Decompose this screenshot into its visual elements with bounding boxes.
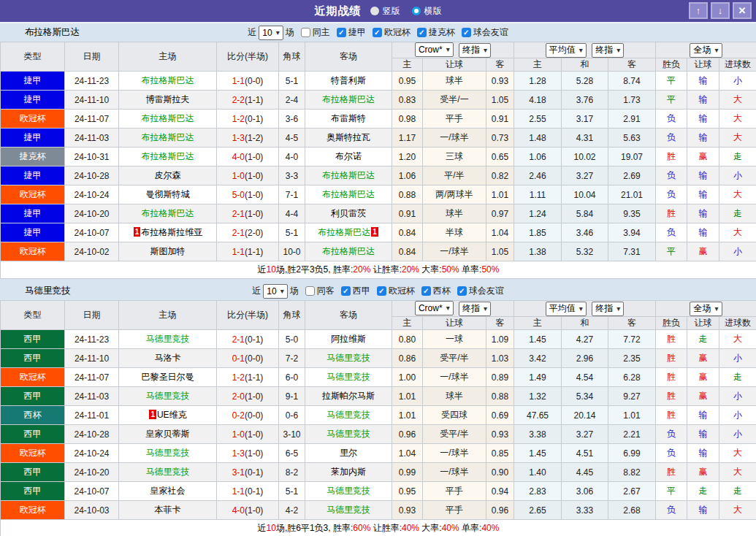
average-select[interactable]: 平均值▾: [546, 302, 587, 316]
away-team[interactable]: 里尔: [305, 444, 392, 463]
crow-home-odds: 1.00: [392, 368, 423, 387]
home-team[interactable]: 巴黎圣日尔曼: [119, 368, 217, 387]
final-odds-select-2[interactable]: 终指▾: [592, 43, 624, 58]
away-team[interactable]: 马德里竞技: [305, 482, 392, 501]
home-team[interactable]: 马德里竞技: [119, 387, 217, 406]
home-team[interactable]: 布拉格斯巴达: [119, 72, 217, 91]
same-venue-checkbox[interactable]: [301, 28, 310, 37]
league-badge: 西甲: [1, 482, 65, 501]
avg-draw-odds: 4.51: [562, 444, 608, 463]
league-checkbox-3[interactable]: ✓: [417, 28, 427, 37]
away-team[interactable]: 布拉格斯巴达1: [305, 223, 392, 242]
home-team[interactable]: 皇家贝蒂斯: [119, 425, 217, 444]
team-name: 马德里竞技: [25, 285, 71, 297]
bookmaker-select[interactable]: Crow*▾: [415, 301, 454, 315]
league-checkbox-4[interactable]: ✓: [457, 286, 467, 296]
away-team[interactable]: 布拉格斯巴达: [305, 166, 392, 185]
same-venue-checkbox[interactable]: [305, 286, 315, 296]
home-team[interactable]: 马德里竞技: [119, 444, 217, 463]
bookmaker-select[interactable]: Crow*▾: [415, 42, 454, 57]
away-team[interactable]: 奥斯特拉瓦: [305, 129, 392, 148]
away-team[interactable]: 马德里竞技: [305, 368, 392, 387]
crow-handicap: 一/球半: [423, 129, 486, 148]
away-team[interactable]: 布尔诺: [305, 148, 392, 166]
home-team[interactable]: 曼彻斯特城: [119, 185, 217, 204]
league-checkbox-1[interactable]: ✓: [341, 286, 351, 296]
crow-home-odds: 0.88: [392, 185, 423, 204]
scroll-down-button[interactable]: ↓: [711, 2, 730, 19]
league-badge: 西甲: [1, 387, 65, 406]
away-team[interactable]: 马德里竞技: [305, 406, 392, 425]
close-icon: ✕: [738, 5, 747, 16]
close-button[interactable]: ✕: [733, 2, 752, 19]
home-team[interactable]: 布拉格斯巴达: [119, 110, 217, 129]
home-team[interactable]: 马德里竞技: [119, 463, 217, 482]
home-team[interactable]: 皇家社会: [119, 482, 217, 501]
league-badge: 西甲: [1, 425, 65, 444]
match-count-select[interactable]: 10▾: [259, 26, 283, 40]
home-team[interactable]: 马洛卡: [119, 349, 217, 368]
result-winlose: 负: [656, 444, 687, 463]
league-checkbox-1[interactable]: ✓: [337, 28, 346, 37]
result-handicap: 走: [687, 482, 719, 501]
home-team[interactable]: 斯图加特: [119, 242, 217, 261]
league-checkbox-4[interactable]: ✓: [462, 28, 471, 37]
summary-segment: 50%: [442, 264, 459, 275]
home-team[interactable]: 1布拉格斯拉维亚: [119, 223, 217, 242]
league-checkbox-2[interactable]: ✓: [377, 286, 386, 296]
home-team[interactable]: 1UE维克: [119, 406, 217, 425]
away-team[interactable]: 莱加内斯: [305, 463, 392, 482]
away-team[interactable]: 布拉格斯巴达: [305, 91, 392, 110]
away-team[interactable]: 马德里竞技: [305, 425, 392, 444]
away-team[interactable]: 马德里竞技: [305, 349, 392, 368]
check-icon: ✓: [338, 28, 344, 37]
away-team[interactable]: 布雷斯特: [305, 110, 392, 129]
home-team[interactable]: 皮尔森: [119, 166, 217, 185]
match-count-select[interactable]: 10▾: [263, 284, 287, 299]
result-handicap: 赢: [687, 242, 719, 261]
home-team[interactable]: 布拉格斯巴达: [119, 148, 217, 166]
final-odds-select[interactable]: 终指▾: [459, 302, 491, 316]
scroll-up-button[interactable]: ↑: [689, 2, 708, 19]
home-team[interactable]: 马德里竞技: [119, 330, 217, 349]
layout-radio-horizontal[interactable]: 横版: [412, 5, 442, 18]
summary-segment: 40%: [442, 523, 459, 533]
away-team[interactable]: 拉斯帕尔马斯: [305, 387, 392, 406]
match-date: 24-10-24: [65, 185, 119, 204]
final-odds-select-2[interactable]: 终指▾: [592, 302, 624, 316]
layout-radio-vertical[interactable]: 竖版: [370, 5, 400, 18]
result-goals: 走: [719, 204, 756, 223]
home-team[interactable]: 布拉格斯巴达: [119, 204, 217, 223]
away-team[interactable]: 利贝雷茨: [305, 204, 392, 223]
final-odds-select[interactable]: 终指▾: [459, 43, 491, 58]
league-checkbox-3[interactable]: ✓: [421, 286, 431, 296]
away-team[interactable]: 阿拉维斯: [305, 330, 392, 349]
filter-near-label: 近: [252, 285, 261, 297]
home-team[interactable]: 本菲卡: [119, 501, 217, 520]
average-select[interactable]: 平均值▾: [546, 43, 587, 58]
summary-segment: 大率:: [419, 264, 442, 275]
corner-score: 5-1: [279, 223, 305, 242]
summary-segment: 40%: [481, 523, 499, 533]
crow-home-odds: 0.99: [392, 463, 423, 482]
match-date: 24-10-28: [65, 425, 119, 444]
avg-home-odds: 2.46: [514, 166, 562, 185]
league-checkbox-2[interactable]: ✓: [373, 28, 382, 37]
away-team[interactable]: 布拉格斯巴达: [305, 185, 392, 204]
crow-home-odds: 0.84: [392, 223, 423, 242]
result-handicap: 输: [687, 501, 719, 520]
avg-home-odds: 2.65: [514, 501, 562, 520]
away-team[interactable]: 特普利斯: [305, 72, 392, 91]
home-team[interactable]: 博雷斯拉夫: [119, 91, 217, 110]
fulltime-select[interactable]: 全场▾: [690, 43, 722, 58]
avg-away-odds: 2.35: [608, 349, 656, 368]
fulltime-select[interactable]: 全场▾: [690, 302, 722, 316]
home-team[interactable]: 布拉格斯巴达: [119, 129, 217, 148]
away-team[interactable]: 马德里竞技: [305, 501, 392, 520]
chevron-down-icon: ▾: [276, 29, 280, 37]
league-label-3: 西杯: [433, 285, 451, 297]
score: 5-0(1-0): [217, 185, 279, 204]
chevron-down-icon: ▾: [484, 47, 487, 54]
away-team[interactable]: 布拉格斯巴达: [305, 242, 392, 261]
avg-draw-odds: 3.27: [562, 166, 608, 185]
